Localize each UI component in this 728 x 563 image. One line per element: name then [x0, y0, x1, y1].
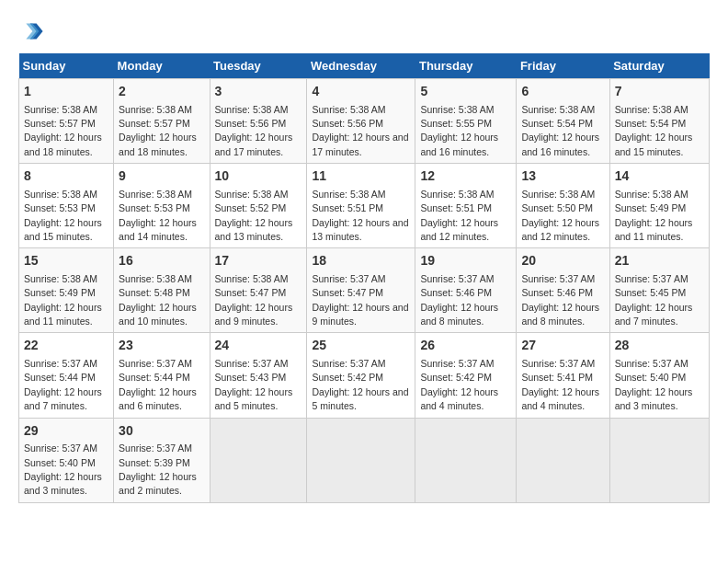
day-cell-20: 20 Sunrise: 5:37 AM Sunset: 5:46 PM Dayl…	[517, 248, 609, 333]
col-wednesday: Wednesday	[307, 53, 415, 79]
sunrise-text: Sunrise: 5:38 AM	[420, 189, 494, 200]
sunset-text: Sunset: 5:44 PM	[119, 372, 190, 383]
day-cell-21: 21 Sunrise: 5:37 AM Sunset: 5:45 PM Dayl…	[609, 248, 709, 333]
sunrise-text: Sunrise: 5:37 AM	[615, 358, 688, 369]
sunset-text: Sunset: 5:53 PM	[119, 202, 190, 213]
sunrise-text: Sunrise: 5:37 AM	[312, 358, 385, 369]
daylight-text: Daylight: 12 hours and 18 minutes.	[24, 132, 102, 156]
day-cell-3: 3 Sunrise: 5:38 AM Sunset: 5:56 PM Dayli…	[210, 79, 307, 164]
daylight-text: Daylight: 12 hours and 11 minutes.	[615, 217, 693, 242]
sunset-text: Sunset: 5:51 PM	[420, 202, 492, 213]
daylight-text: Daylight: 12 hours and 9 minutes.	[312, 302, 408, 327]
day-number: 10	[215, 167, 302, 186]
day-cell-9: 9 Sunrise: 5:38 AM Sunset: 5:53 PM Dayli…	[114, 164, 210, 248]
day-number: 13	[521, 167, 604, 186]
sunset-text: Sunset: 5:57 PM	[24, 118, 96, 129]
sunset-text: Sunset: 5:48 PM	[119, 287, 190, 298]
sunrise-text: Sunrise: 5:38 AM	[521, 104, 595, 115]
daylight-text: Daylight: 12 hours and 17 minutes.	[312, 132, 408, 156]
daylight-text: Daylight: 12 hours and 15 minutes.	[615, 132, 693, 156]
day-cell-14: 14 Sunrise: 5:38 AM Sunset: 5:49 PM Dayl…	[609, 164, 709, 248]
sunset-text: Sunset: 5:51 PM	[312, 202, 383, 213]
day-number: 17	[215, 252, 302, 270]
daylight-text: Daylight: 12 hours and 13 minutes.	[312, 217, 408, 242]
header-row: Sunday Monday Tuesday Wednesday Thursday…	[19, 53, 710, 79]
empty-day-cell	[517, 418, 609, 502]
day-cell-13: 13 Sunrise: 5:38 AM Sunset: 5:50 PM Dayl…	[517, 164, 609, 248]
sunrise-text: Sunrise: 5:37 AM	[615, 273, 688, 284]
day-number: 2	[119, 83, 204, 101]
empty-day-cell	[307, 418, 415, 502]
sunrise-text: Sunrise: 5:37 AM	[521, 358, 595, 369]
sunset-text: Sunset: 5:49 PM	[24, 287, 96, 298]
day-number: 3	[215, 83, 302, 101]
sunrise-text: Sunrise: 5:38 AM	[119, 189, 192, 200]
sunset-text: Sunset: 5:56 PM	[215, 118, 287, 129]
sunrise-text: Sunrise: 5:37 AM	[24, 442, 97, 454]
day-cell-17: 17 Sunrise: 5:38 AM Sunset: 5:47 PM Dayl…	[210, 248, 307, 333]
daylight-text: Daylight: 12 hours and 3 minutes.	[615, 386, 693, 411]
day-number: 5	[420, 83, 511, 101]
day-cell-2: 2 Sunrise: 5:38 AM Sunset: 5:57 PM Dayli…	[114, 79, 210, 164]
day-number: 22	[24, 337, 108, 355]
calendar-week-2: 8 Sunrise: 5:38 AM Sunset: 5:53 PM Dayli…	[19, 164, 710, 248]
daylight-text: Daylight: 12 hours and 4 minutes.	[521, 386, 599, 411]
day-cell-28: 28 Sunrise: 5:37 AM Sunset: 5:40 PM Dayl…	[609, 333, 709, 418]
day-cell-18: 18 Sunrise: 5:37 AM Sunset: 5:47 PM Dayl…	[307, 248, 415, 333]
sunset-text: Sunset: 5:54 PM	[615, 118, 687, 129]
day-cell-16: 16 Sunrise: 5:38 AM Sunset: 5:48 PM Dayl…	[114, 248, 210, 333]
sunset-text: Sunset: 5:42 PM	[420, 372, 492, 383]
day-cell-6: 6 Sunrise: 5:38 AM Sunset: 5:54 PM Dayli…	[517, 79, 609, 164]
daylight-text: Daylight: 12 hours and 3 minutes.	[24, 471, 102, 496]
sunrise-text: Sunrise: 5:37 AM	[420, 358, 494, 369]
day-number: 26	[420, 337, 511, 355]
day-number: 9	[119, 167, 204, 186]
sunrise-text: Sunrise: 5:38 AM	[312, 104, 385, 115]
sunrise-text: Sunrise: 5:38 AM	[312, 189, 385, 200]
daylight-text: Daylight: 12 hours and 7 minutes.	[615, 302, 693, 327]
daylight-text: Daylight: 12 hours and 8 minutes.	[521, 302, 599, 327]
sunrise-text: Sunrise: 5:38 AM	[615, 104, 688, 115]
sunset-text: Sunset: 5:41 PM	[521, 372, 593, 383]
daylight-text: Daylight: 12 hours and 4 minutes.	[420, 386, 498, 411]
calendar-week-3: 15 Sunrise: 5:38 AM Sunset: 5:49 PM Dayl…	[19, 248, 710, 333]
sunset-text: Sunset: 5:47 PM	[215, 287, 287, 298]
sunset-text: Sunset: 5:39 PM	[119, 457, 190, 468]
day-cell-10: 10 Sunrise: 5:38 AM Sunset: 5:52 PM Dayl…	[210, 164, 307, 248]
sunset-text: Sunset: 5:50 PM	[521, 202, 593, 213]
sunset-text: Sunset: 5:47 PM	[312, 287, 383, 298]
day-cell-23: 23 Sunrise: 5:37 AM Sunset: 5:44 PM Dayl…	[114, 333, 210, 418]
calendar-body: 1 Sunrise: 5:38 AM Sunset: 5:57 PM Dayli…	[19, 79, 710, 503]
col-tuesday: Tuesday	[210, 53, 307, 79]
daylight-text: Daylight: 12 hours and 5 minutes.	[215, 386, 293, 411]
sunrise-text: Sunrise: 5:38 AM	[119, 104, 192, 115]
sunrise-text: Sunrise: 5:38 AM	[615, 189, 688, 200]
day-cell-1: 1 Sunrise: 5:38 AM Sunset: 5:57 PM Dayli…	[19, 79, 114, 164]
day-cell-15: 15 Sunrise: 5:38 AM Sunset: 5:49 PM Dayl…	[19, 248, 114, 333]
sunrise-text: Sunrise: 5:38 AM	[24, 273, 97, 284]
daylight-text: Daylight: 12 hours and 6 minutes.	[119, 386, 197, 411]
day-number: 18	[312, 252, 410, 270]
sunrise-text: Sunrise: 5:38 AM	[24, 104, 97, 115]
sunrise-text: Sunrise: 5:37 AM	[215, 358, 289, 369]
empty-day-cell	[609, 418, 709, 502]
calendar-week-4: 22 Sunrise: 5:37 AM Sunset: 5:44 PM Dayl…	[19, 333, 710, 418]
logo	[18, 18, 48, 44]
daylight-text: Daylight: 12 hours and 16 minutes.	[420, 132, 498, 156]
sunrise-text: Sunrise: 5:38 AM	[521, 189, 595, 200]
day-number: 29	[24, 422, 108, 441]
sunrise-text: Sunrise: 5:38 AM	[420, 104, 494, 115]
day-cell-12: 12 Sunrise: 5:38 AM Sunset: 5:51 PM Dayl…	[415, 164, 517, 248]
daylight-text: Daylight: 12 hours and 15 minutes.	[24, 217, 102, 242]
day-number: 1	[24, 83, 108, 101]
page-header	[18, 18, 710, 44]
logo-icon	[18, 18, 44, 44]
day-cell-5: 5 Sunrise: 5:38 AM Sunset: 5:55 PM Dayli…	[415, 79, 517, 164]
daylight-text: Daylight: 12 hours and 12 minutes.	[420, 217, 498, 242]
sunset-text: Sunset: 5:45 PM	[615, 287, 687, 298]
sunrise-text: Sunrise: 5:37 AM	[119, 358, 192, 369]
sunrise-text: Sunrise: 5:37 AM	[420, 273, 494, 284]
day-number: 19	[420, 252, 511, 270]
sunrise-text: Sunrise: 5:38 AM	[119, 273, 192, 284]
daylight-text: Daylight: 12 hours and 18 minutes.	[119, 132, 197, 156]
